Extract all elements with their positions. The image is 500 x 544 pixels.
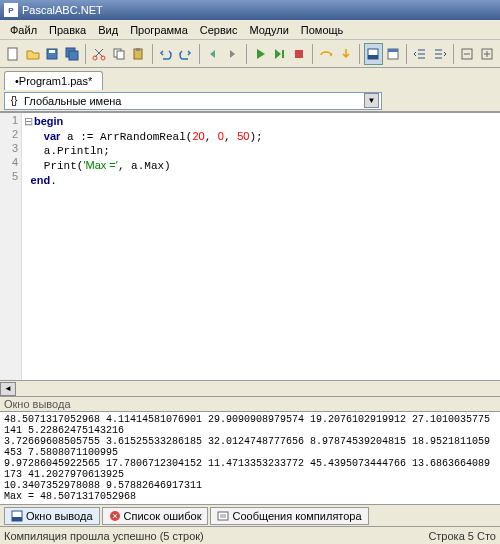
stop-icon[interactable] (290, 43, 309, 65)
svg-rect-10 (136, 48, 140, 51)
indent-left-icon[interactable] (411, 43, 430, 65)
svg-rect-8 (117, 51, 124, 59)
copy-icon[interactable] (110, 43, 129, 65)
step-over-icon[interactable] (317, 43, 336, 65)
output-icon (11, 510, 23, 522)
compiler-msg-icon (217, 510, 229, 522)
toggle-form-icon[interactable] (384, 43, 403, 65)
svg-rect-12 (295, 50, 303, 58)
cut-icon[interactable] (90, 43, 109, 65)
window-title: PascalABC.NET (22, 4, 103, 16)
file-tab[interactable]: •Program1.pas* (4, 71, 103, 90)
svg-rect-14 (368, 55, 378, 59)
toolbar-separator (359, 44, 360, 64)
horizontal-scrollbar[interactable]: ◄ (0, 380, 500, 396)
svg-rect-16 (388, 49, 398, 52)
menu-bar: Файл Правка Вид Программа Сервис Модули … (0, 20, 500, 40)
svg-rect-2 (49, 50, 55, 53)
collapse-regions-icon[interactable] (458, 43, 477, 65)
status-message: Компиляция прошла успешно (5 строк) (4, 530, 204, 542)
tab-errors[interactable]: Список ошибок (102, 507, 209, 525)
toolbar-separator (152, 44, 153, 64)
toolbar-separator (312, 44, 313, 64)
menu-view[interactable]: Вид (92, 22, 124, 38)
status-bar: Компиляция прошла успешно (5 строк) Стро… (0, 526, 500, 544)
save-icon[interactable] (43, 43, 62, 65)
tab-compiler[interactable]: Сообщения компилятора (210, 507, 368, 525)
code-editor[interactable]: 12345 ⊟begin var a := ArrRandomReal(20, … (0, 112, 500, 380)
indent-right-icon[interactable] (430, 43, 449, 65)
new-file-icon[interactable] (4, 43, 23, 65)
scope-label: Глобальные имена (24, 95, 122, 107)
navigate-back-icon[interactable] (204, 43, 223, 65)
paste-icon[interactable] (129, 43, 148, 65)
line-gutter: 12345 (0, 113, 22, 380)
save-all-icon[interactable] (63, 43, 82, 65)
run-noinput-icon[interactable] (270, 43, 289, 65)
menu-service[interactable]: Сервис (194, 22, 244, 38)
navigate-forward-icon[interactable] (223, 43, 242, 65)
redo-icon[interactable] (176, 43, 195, 65)
svg-rect-4 (69, 51, 78, 60)
tab-output[interactable]: Окно вывода (4, 507, 100, 525)
menu-modules[interactable]: Модули (243, 22, 294, 38)
bottom-tab-bar: Окно вывода Список ошибок Сообщения комп… (0, 504, 500, 526)
scroll-left-icon[interactable]: ◄ (0, 382, 16, 396)
svg-rect-22 (218, 512, 228, 520)
output-panel[interactable]: 48.5071317052968 4.11414581076901 29.909… (0, 412, 500, 504)
open-file-icon[interactable] (24, 43, 43, 65)
menu-help[interactable]: Помощь (295, 22, 350, 38)
toggle-output-icon[interactable] (364, 43, 383, 65)
scope-selector-row: {} Глобальные имена ▼ (0, 90, 500, 112)
namespace-icon: {} (7, 94, 21, 108)
svg-rect-11 (282, 50, 284, 58)
toolbar-separator (199, 44, 200, 64)
output-panel-title: Окно вывода (0, 396, 500, 412)
menu-edit[interactable]: Правка (43, 22, 92, 38)
chevron-down-icon[interactable]: ▼ (364, 93, 379, 108)
scope-selector[interactable]: {} Глобальные имена ▼ (4, 92, 382, 110)
step-into-icon[interactable] (337, 43, 356, 65)
undo-icon[interactable] (157, 43, 176, 65)
tab-compiler-label: Сообщения компилятора (232, 510, 361, 522)
svg-rect-20 (12, 517, 22, 521)
status-cursor: Строка 5 Сто (428, 530, 496, 542)
toolbar-separator (246, 44, 247, 64)
menu-file[interactable]: Файл (4, 22, 43, 38)
toolbar-separator (85, 44, 86, 64)
svg-rect-0 (8, 48, 17, 60)
run-icon[interactable] (251, 43, 270, 65)
tab-output-label: Окно вывода (26, 510, 93, 522)
toolbar-separator (453, 44, 454, 64)
file-tab-bar: •Program1.pas* (0, 68, 500, 90)
tab-errors-label: Список ошибок (124, 510, 202, 522)
window-titlebar: P PascalABC.NET (0, 0, 500, 20)
expand-regions-icon[interactable] (477, 43, 496, 65)
toolbar-separator (406, 44, 407, 64)
app-icon: P (4, 3, 18, 17)
error-list-icon (109, 510, 121, 522)
toolbar (0, 40, 500, 68)
menu-program[interactable]: Программа (124, 22, 194, 38)
code-area[interactable]: ⊟begin var a := ArrRandomReal(20, 0, 50)… (22, 113, 500, 380)
